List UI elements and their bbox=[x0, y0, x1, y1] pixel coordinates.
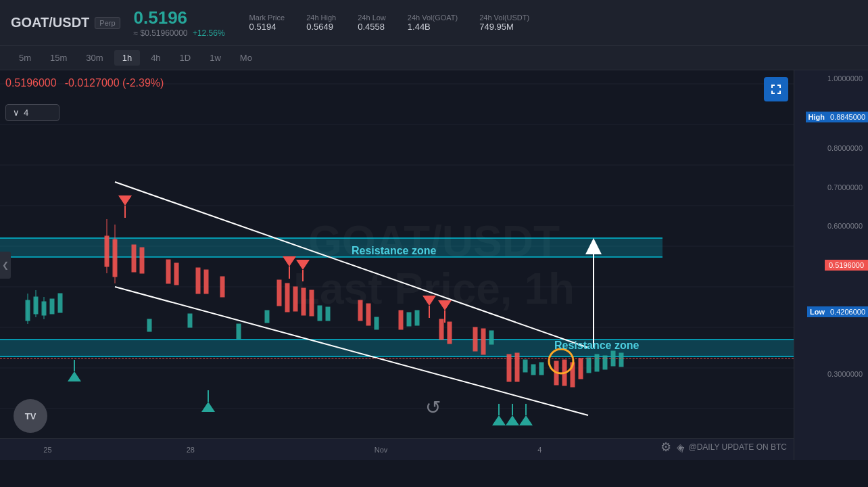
svg-rect-55 bbox=[358, 300, 362, 321]
svg-rect-57 bbox=[399, 310, 403, 329]
symbol-block: GOAT/USDT Perp bbox=[11, 15, 120, 30]
stat-value: 0.5649 bbox=[306, 22, 336, 32]
svg-rect-33 bbox=[50, 299, 54, 314]
tf-btn-4h[interactable]: 4h bbox=[143, 50, 168, 66]
tf-btn-30m[interactable]: 30m bbox=[78, 50, 111, 66]
chevron-left-icon: ❮ bbox=[2, 260, 9, 270]
stat-item: 24h Vol(USDT)749.95M bbox=[479, 14, 529, 32]
tradingview-logo: TV bbox=[14, 399, 47, 433]
svg-marker-92 bbox=[68, 371, 81, 381]
brand-text: @DAILY UPDATE ON BTC bbox=[688, 442, 787, 452]
collapse-button[interactable]: ❮ bbox=[0, 252, 11, 279]
x-label: Nov bbox=[375, 446, 388, 454]
tf-btn-Mo[interactable]: Mo bbox=[232, 50, 260, 66]
bottom-bar: ⚙ ◈ @DAILY UPDATE ON BTC bbox=[660, 440, 787, 455]
svg-rect-56 bbox=[366, 304, 370, 325]
y-label-low-container: Low0.4206000 bbox=[807, 306, 868, 317]
svg-rect-46 bbox=[174, 263, 178, 285]
svg-rect-53 bbox=[302, 288, 306, 315]
y-label-current: 0.5196000 bbox=[825, 260, 868, 271]
svg-marker-90 bbox=[438, 300, 452, 310]
svg-rect-44 bbox=[140, 248, 144, 273]
svg-rect-63 bbox=[515, 353, 519, 381]
y-axis: 1.0000000High0.88450000.80000000.7000000… bbox=[794, 70, 868, 460]
price-block: 0.5196 ≈ $0.51960000 +12.56% bbox=[134, 7, 225, 38]
y-label: 0.6000000 bbox=[827, 222, 863, 230]
stat-item: 24h Low0.4558 bbox=[358, 14, 386, 32]
svg-rect-77 bbox=[587, 358, 591, 373]
svg-rect-69 bbox=[326, 307, 330, 321]
svg-rect-35 bbox=[147, 319, 151, 331]
price-info-overlay: 0.5196000 -0.0127000 (-2.39%) bbox=[5, 77, 164, 89]
high-value: 0.8845000 bbox=[827, 112, 868, 122]
svg-rect-52 bbox=[293, 287, 297, 311]
header: GOAT/USDT Perp 0.5196 ≈ $0.51960000 +12.… bbox=[0, 0, 868, 46]
tf-btn-1D[interactable]: 1D bbox=[172, 50, 199, 66]
svg-rect-3 bbox=[779, 85, 781, 88]
stat-value: 0.5194 bbox=[249, 22, 285, 32]
stat-value: 749.95M bbox=[479, 22, 529, 32]
ohlc-change: -0.0127000 (-2.39%) bbox=[65, 77, 164, 89]
y-label: 1.0000000 bbox=[827, 74, 863, 83]
stat-item: Mark Price0.5194 bbox=[249, 14, 285, 32]
stat-value: 1.44B bbox=[408, 22, 458, 32]
low-tag: Low bbox=[807, 306, 827, 317]
stat-item: 24h High0.5649 bbox=[306, 14, 336, 32]
svg-rect-49 bbox=[220, 277, 224, 297]
x-label: 25 bbox=[43, 446, 51, 454]
x-label: 4 bbox=[537, 446, 541, 454]
x-label: 28 bbox=[187, 446, 195, 454]
svg-rect-76 bbox=[539, 363, 544, 375]
indicator-value: 4 bbox=[24, 108, 28, 118]
tf-btn-1w[interactable]: 1w bbox=[201, 50, 229, 66]
svg-rect-74 bbox=[523, 360, 527, 372]
stat-label: Mark Price bbox=[249, 14, 285, 22]
y-label: 0.8000000 bbox=[827, 144, 863, 152]
tf-btn-5m[interactable]: 5m bbox=[11, 50, 39, 66]
chevron-down-icon: ∨ bbox=[13, 108, 20, 118]
stat-value: 0.4558 bbox=[358, 22, 386, 32]
svg-rect-58 bbox=[439, 319, 443, 340]
svg-rect-78 bbox=[595, 354, 599, 371]
y-label-high-container: High0.8845000 bbox=[806, 112, 868, 122]
stat-label: 24h Low bbox=[358, 14, 386, 22]
stat-label: 24h High bbox=[306, 14, 336, 22]
svg-rect-60 bbox=[473, 327, 477, 351]
stats-block: Mark Price0.519424h High0.564924h Low0.4… bbox=[249, 14, 530, 32]
svg-rect-37 bbox=[237, 324, 241, 339]
svg-marker-98 bbox=[506, 415, 519, 425]
svg-rect-51 bbox=[285, 283, 289, 312]
svg-marker-88 bbox=[423, 296, 436, 306]
y-label: 0.3000000 bbox=[827, 370, 863, 378]
svg-rect-45 bbox=[166, 260, 170, 283]
svg-rect-43 bbox=[132, 245, 136, 272]
svg-marker-94 bbox=[201, 402, 215, 412]
fullscreen-button[interactable] bbox=[764, 77, 788, 101]
svg-rect-47 bbox=[196, 268, 200, 294]
tf-btn-1h[interactable]: 1h bbox=[114, 50, 140, 66]
chart-area: GOAT/USDT Last Price, 1h 0.5196000 -0.01… bbox=[0, 70, 868, 460]
svg-marker-100 bbox=[519, 415, 533, 425]
y-label: 0.7000000 bbox=[827, 183, 863, 191]
tf-btn-15m[interactable]: 15m bbox=[42, 50, 75, 66]
svg-line-23 bbox=[115, 182, 588, 348]
svg-rect-38 bbox=[265, 310, 269, 323]
chart-canvas: ↺ bbox=[0, 70, 794, 438]
settings-icon[interactable]: ⚙ bbox=[660, 440, 671, 455]
perp-badge[interactable]: Perp bbox=[95, 17, 120, 29]
svg-rect-62 bbox=[507, 354, 511, 381]
svg-rect-50 bbox=[277, 280, 281, 306]
svg-rect-17 bbox=[0, 238, 662, 257]
high-tag: High bbox=[806, 112, 827, 122]
svg-rect-61 bbox=[481, 329, 485, 354]
svg-rect-59 bbox=[448, 322, 452, 344]
indicator-badge[interactable]: ∨ 4 bbox=[5, 104, 59, 121]
svg-marker-96 bbox=[492, 415, 506, 425]
change-pct: +12.56% bbox=[193, 28, 225, 38]
svg-rect-34 bbox=[58, 294, 62, 312]
binance-icon: ◈ bbox=[677, 442, 684, 453]
svg-rect-80 bbox=[611, 351, 615, 366]
svg-rect-75 bbox=[531, 365, 535, 375]
svg-rect-48 bbox=[204, 270, 208, 294]
timeframe-bar: 5m15m30m1h4h1D1wMo bbox=[0, 46, 868, 70]
